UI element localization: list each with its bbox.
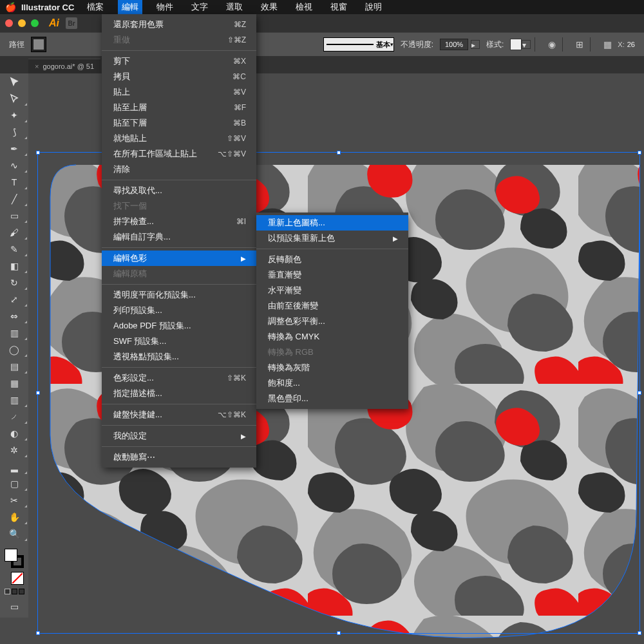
- tool-gradient[interactable]: ▥: [0, 392, 28, 408]
- tool-lasso[interactable]: ⟆: [0, 124, 28, 140]
- menu-file[interactable]: 檔案: [83, 0, 108, 14]
- edit-menu-item[interactable]: 在所有工作區域上貼上⌥⇧⌘V: [102, 146, 256, 162]
- tool-direct-selection[interactable]: [0, 90, 28, 107]
- menu-edit[interactable]: 編輯: [118, 0, 142, 14]
- tool-scale[interactable]: ⤢: [0, 291, 28, 308]
- align-icon[interactable]: ⊞: [573, 38, 586, 51]
- edit-color-submenu-item[interactable]: 轉換為灰階: [256, 360, 408, 375]
- opacity-dropdown-button[interactable]: ▸: [471, 40, 480, 49]
- edit-color-submenu-item[interactable]: 水平漸變: [256, 283, 408, 298]
- tool-rectangle[interactable]: ▭: [0, 207, 28, 224]
- tools-panel: ✦ ⟆ ✒ ∿ T ╱ ▭ 🖌 ✎ ◧ ↻ ⤢ ⇔ ▥ ◯ ▤ ▦ ▥ ⟋ ◐ …: [0, 73, 28, 618]
- edit-menu-item[interactable]: 色彩設定...⇧⌘K: [102, 370, 256, 386]
- tool-rotate[interactable]: ↻: [0, 274, 28, 291]
- tool-curvature[interactable]: ∿: [0, 157, 28, 174]
- tool-perspective[interactable]: ▤: [0, 358, 28, 375]
- menu-select[interactable]: 選取: [222, 0, 247, 14]
- tool-selection[interactable]: [0, 73, 28, 90]
- selection-type-label: 路徑: [9, 39, 24, 50]
- edit-menu-item[interactable]: 就地貼上⇧⌘V: [102, 131, 256, 146]
- edit-color-submenu-item[interactable]: 重新上色圖稿...: [256, 215, 408, 231]
- edit-color-submenu-item[interactable]: 反轉顏色: [256, 252, 408, 267]
- edit-menu-item[interactable]: 貼上⌘V: [102, 84, 256, 100]
- edit-color-submenu-item[interactable]: 轉換為 CMYK: [256, 329, 408, 345]
- edit-menu-item[interactable]: 還原套用色票⌘Z: [102, 17, 256, 32]
- screen-mode-button[interactable]: ▭: [10, 598, 19, 615]
- edit-menu-item[interactable]: 拼字檢查...⌘I: [102, 214, 256, 229]
- bridge-logo-icon[interactable]: Br: [66, 17, 77, 29]
- edit-menu-item[interactable]: 清除: [102, 162, 256, 177]
- edit-menu-item[interactable]: 尋找及取代...: [102, 183, 256, 198]
- edit-menu-item[interactable]: 我的設定▶: [102, 428, 256, 444]
- recolor-icon[interactable]: ◉: [545, 38, 558, 51]
- edit-menu-item[interactable]: 貼至下層⌘B: [102, 115, 256, 131]
- apple-menu-icon[interactable]: 🍎: [5, 2, 16, 12]
- tool-pen[interactable]: ✒: [0, 140, 28, 157]
- tab-close-icon[interactable]: ×: [35, 62, 39, 70]
- style-swatch[interactable]: [510, 39, 522, 50]
- document-tab[interactable]: × gogoro.ai* @ 51: [28, 59, 100, 73]
- tool-pencil[interactable]: ✎: [0, 241, 28, 258]
- window-close-button[interactable]: [5, 19, 13, 27]
- menu-text[interactable]: 文字: [187, 0, 212, 14]
- draw-normal-icon[interactable]: [5, 589, 10, 594]
- tool-free-transform[interactable]: ▥: [0, 325, 28, 341]
- edit-menu-item[interactable]: 啟動聽寫⋯: [102, 450, 256, 465]
- fill-color-icon[interactable]: [5, 549, 17, 562]
- tool-hand[interactable]: ✋: [0, 509, 28, 526]
- edit-menu-item[interactable]: 剪下⌘X: [102, 53, 256, 69]
- tool-magic-wand[interactable]: ✦: [0, 107, 28, 124]
- edit-menu-item[interactable]: 貼至上層⌘F: [102, 100, 256, 115]
- tool-eyedropper[interactable]: ⟋: [0, 408, 28, 425]
- tool-eraser[interactable]: ◧: [0, 258, 28, 274]
- fill-swatch[interactable]: [31, 37, 46, 52]
- edit-color-submenu-item[interactable]: 垂直漸變: [256, 267, 408, 283]
- edit-menu-item[interactable]: 指定描述檔...: [102, 386, 256, 401]
- transform-icon[interactable]: ▦: [601, 38, 614, 51]
- fill-stroke-control[interactable]: ▭: [0, 546, 28, 618]
- stroke-style-dropdown[interactable]: 基本▾: [323, 37, 394, 52]
- edit-menu-item[interactable]: SWF 預設集...: [102, 334, 256, 349]
- edit-menu-item[interactable]: 編輯自訂字典...: [102, 229, 256, 245]
- tool-shape-builder[interactable]: ◯: [0, 341, 28, 358]
- edit-menu-item[interactable]: Adobe PDF 預設集...: [102, 318, 256, 334]
- tool-mesh[interactable]: ▦: [0, 375, 28, 392]
- edit-color-submenu-item: 轉換為 RGB: [256, 345, 408, 360]
- edit-menu-item[interactable]: 透視格點預設集...: [102, 349, 256, 365]
- menu-object[interactable]: 物件: [153, 0, 177, 14]
- menu-window[interactable]: 視窗: [327, 0, 351, 14]
- menu-effect[interactable]: 效果: [257, 0, 281, 14]
- tool-zoom[interactable]: 🔍: [0, 526, 28, 542]
- edit-menu-item[interactable]: 列印預設集...: [102, 303, 256, 318]
- edit-menu-item[interactable]: 編輯色彩▶: [102, 251, 256, 266]
- illustrator-logo-icon: Ai: [49, 17, 59, 29]
- edit-color-submenu-item[interactable]: 以預設集重新上色▶: [256, 231, 408, 246]
- edit-menu-item[interactable]: 拷貝⌘C: [102, 69, 256, 84]
- tool-type[interactable]: T: [0, 174, 28, 191]
- edit-menu-item[interactable]: 透明度平面化預設集...: [102, 287, 256, 303]
- style-dropdown-button[interactable]: ▾: [522, 40, 531, 49]
- tool-width[interactable]: ⇔: [0, 308, 28, 325]
- tool-symbol-sprayer[interactable]: ✲: [0, 442, 28, 459]
- none-color-icon[interactable]: [11, 572, 24, 585]
- submenu-arrow-icon: ▶: [393, 235, 398, 242]
- window-maximize-button[interactable]: [31, 19, 39, 27]
- edit-menu-item[interactable]: 鍵盤快捷鍵...⌥⇧⌘K: [102, 407, 256, 422]
- opacity-input[interactable]: [440, 39, 468, 50]
- edit-color-submenu-item[interactable]: 調整色彩平衡...: [256, 314, 408, 329]
- draw-behind-icon[interactable]: [12, 589, 17, 594]
- tool-artboard[interactable]: ▢: [0, 475, 28, 492]
- tool-slice[interactable]: ✂: [0, 492, 28, 509]
- menu-view[interactable]: 檢視: [292, 0, 316, 14]
- draw-inside-icon[interactable]: [19, 589, 24, 594]
- tool-graph[interactable]: ▂: [0, 459, 28, 475]
- edit-color-submenu-item[interactable]: 黑色疊印...: [256, 391, 408, 406]
- tool-brush[interactable]: 🖌: [0, 224, 28, 241]
- menu-help[interactable]: 說明: [361, 0, 386, 14]
- edit-color-submenu-item[interactable]: 飽和度...: [256, 375, 408, 391]
- edit-color-submenu-item[interactable]: 由前至後漸變: [256, 298, 408, 314]
- edit-menu-item: 重做⇧⌘Z: [102, 32, 256, 48]
- tool-line[interactable]: ╱: [0, 191, 28, 207]
- tool-blend[interactable]: ◐: [0, 425, 28, 442]
- window-minimize-button[interactable]: [18, 19, 26, 27]
